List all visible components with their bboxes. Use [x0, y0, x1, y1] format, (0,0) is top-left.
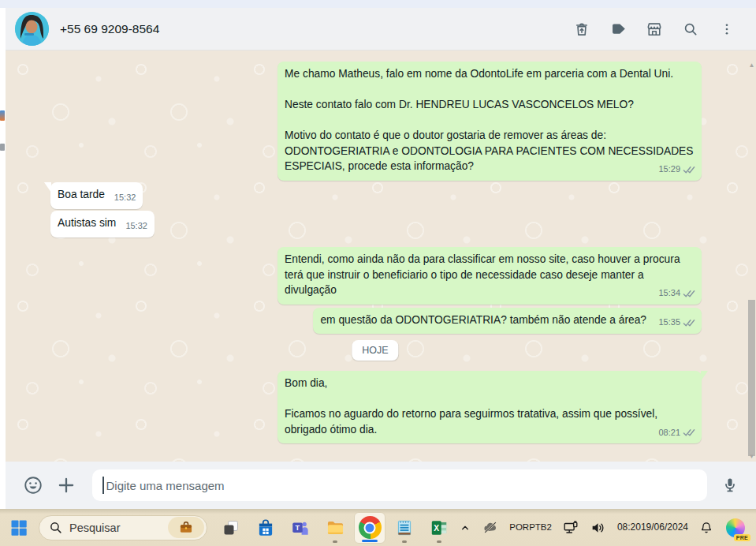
chat-list-edge-fragment	[0, 110, 5, 121]
header-actions	[573, 21, 756, 38]
message-meta: 15:35	[658, 315, 696, 331]
teams-icon[interactable]: T	[285, 512, 316, 544]
storefront-icon[interactable]	[646, 21, 663, 38]
kebab-menu-icon[interactable]	[718, 21, 736, 38]
message-text: Entendi, como ainda não da para classifi…	[285, 252, 695, 298]
bell-icon[interactable]	[698, 520, 714, 536]
contact-avatar[interactable]	[15, 12, 49, 46]
double-check-icon	[683, 428, 696, 437]
emoji-icon[interactable]	[21, 473, 45, 497]
message-meta: 15:34	[658, 286, 696, 301]
tray-date: 19/06/2024	[641, 522, 688, 533]
store-icon[interactable]	[250, 512, 281, 544]
running-indicator	[402, 540, 407, 543]
contact-phone-number[interactable]: +55 69 9209-8564	[60, 22, 159, 36]
incoming-message[interactable]: Autistas sim15:32	[50, 211, 155, 237]
running-indicator	[333, 540, 337, 543]
message-time: 15:35	[658, 315, 680, 331]
outgoing-message[interactable]: Me chamo Matheus, falo em nome da Odonto…	[277, 62, 702, 181]
scroll-up-arrow[interactable]: ▲	[748, 62, 755, 69]
incoming-message[interactable]: Boa tarde15:32	[50, 182, 143, 209]
message-list: Me chamo Matheus, falo em nome da Odonto…	[6, 50, 756, 462]
double-check-icon	[683, 319, 696, 327]
copilot-pre-badge: PRE	[734, 534, 750, 541]
label-icon[interactable]	[609, 21, 627, 38]
taskbar-search[interactable]: Pesquisar	[39, 515, 207, 540]
running-indicator	[437, 540, 441, 543]
search-highlight-badge[interactable]	[168, 517, 204, 538]
language-line1: POR	[509, 522, 529, 532]
excel-icon[interactable]: X	[423, 512, 455, 544]
search-icon[interactable]	[682, 21, 699, 38]
message-time: 15:34	[658, 286, 680, 301]
input-placeholder: Digite uma mensagem	[106, 479, 225, 492]
message-composer: Digite uma mensagem	[6, 462, 756, 509]
language-indicator[interactable]: POR PTB2	[509, 522, 552, 533]
plus-icon[interactable]	[54, 473, 78, 497]
search-label: Pesquisar	[69, 522, 120, 534]
window-titlebar	[0, 0, 756, 8]
svg-text:T: T	[296, 524, 300, 532]
active-indicator	[362, 540, 378, 542]
copilot-icon[interactable]: PRE	[724, 517, 747, 539]
message-text: Autistas sim	[58, 217, 116, 229]
message-text: Me chamo Matheus, falo em nome da Odonto…	[285, 66, 695, 174]
message-meta: 08:21	[658, 425, 696, 441]
delete-icon[interactable]	[573, 21, 590, 38]
volume-icon[interactable]	[590, 519, 607, 537]
network-icon[interactable]	[562, 519, 579, 537]
message-text: em questão da ODONTOGERIATRIA? também nã…	[320, 312, 646, 328]
system-tray: POR PTB2 08:20 19/06/	[459, 517, 756, 539]
language-line2: PTB2	[529, 522, 552, 532]
message-input[interactable]: Digite uma mensagem	[92, 469, 707, 501]
avatar-image	[15, 12, 49, 46]
search-icon	[49, 521, 62, 534]
chat-header: +55 69 9209-8564	[6, 8, 756, 50]
double-check-icon	[683, 166, 696, 174]
briefcase-icon	[177, 520, 195, 536]
chrome-icon[interactable]	[354, 512, 385, 544]
tray-time: 08:20	[617, 522, 641, 533]
message-text: Boa tarde	[58, 189, 105, 200]
message-time: 15:29	[658, 162, 680, 178]
notepad-icon[interactable]	[389, 512, 420, 544]
scrollbar-thumb[interactable]	[748, 300, 755, 456]
svg-text:X: X	[434, 523, 439, 532]
double-check-icon	[683, 290, 696, 298]
start-icon[interactable]	[6, 514, 32, 541]
outgoing-message[interactable]: Bom dia, Ficamos no aguardo do retorno p…	[277, 371, 702, 443]
date-separator: HOJE	[352, 340, 398, 361]
clock[interactable]: 08:20 19/06/2024	[617, 522, 688, 533]
scroll-down-arrow[interactable]: ▼	[748, 453, 755, 460]
onedrive-paused-icon[interactable]	[482, 519, 499, 537]
outgoing-message[interactable]: Entendi, como ainda não da para classifi…	[277, 247, 702, 305]
message-time: 15:32	[114, 193, 136, 202]
chat-list-edge	[0, 8, 6, 509]
message-meta: 15:29	[658, 162, 696, 178]
taskbar-apps: T	[215, 512, 455, 544]
chevron-up-icon[interactable]	[459, 522, 471, 534]
text-caret	[102, 477, 104, 494]
task-view-icon[interactable]	[215, 512, 247, 544]
message-time: 15:32	[125, 221, 147, 230]
message-text: Bom dia, Ficamos no aguardo do retorno p…	[285, 376, 695, 437]
outgoing-message[interactable]: em questão da ODONTOGERIATRIA? também nã…	[313, 308, 702, 334]
chat-list-edge-fragment	[0, 144, 5, 151]
message-time: 08:21	[658, 425, 680, 441]
file-explorer-icon[interactable]	[319, 512, 351, 544]
mic-icon[interactable]	[718, 473, 742, 497]
whatsapp-window: +55 69 9209-8564	[0, 0, 756, 546]
windows-taskbar: Pesquisar	[0, 509, 756, 546]
